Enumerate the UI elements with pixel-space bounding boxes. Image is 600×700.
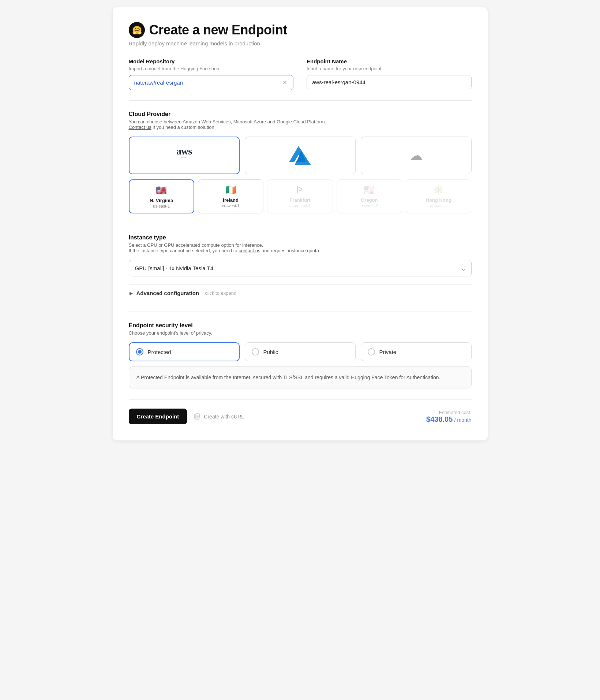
model-repository-field: Model Repository Import a model from the…	[129, 58, 294, 90]
aws-logo: aws ⌒	[176, 145, 192, 165]
cloud-provider-title: Cloud Provider	[129, 111, 472, 118]
instance-desc2-before: If the instance type cannot be selected,…	[129, 248, 237, 253]
region-ap-east-1[interactable]: ✳️ Hong Kong ap-east-1	[406, 179, 471, 213]
security-option-public[interactable]: Public	[245, 342, 356, 361]
model-repo-input-wrap[interactable]: ✕	[129, 75, 294, 90]
region-eu-central-1[interactable]: 🏳 Frankfurt eu-central-1	[267, 179, 333, 213]
security-title: Endpoint security level	[129, 322, 472, 329]
region-us-east-1[interactable]: 🇺🇸 N. Virginia us-east-1	[129, 179, 194, 213]
cloud-provider-azure[interactable]	[245, 137, 356, 174]
cloud-provider-desc: You can choose between Amazon Web Servic…	[129, 119, 472, 130]
footer-bar: Create Endpoint Create with cURL Estimat…	[129, 399, 472, 424]
security-label-private: Private	[379, 349, 397, 355]
instance-type-desc: Select a CPU or GPU accelerated compute …	[129, 242, 472, 253]
cost-label: Estimated cost:	[426, 410, 471, 415]
endpoint-name-label: Endpoint Name	[307, 58, 472, 64]
curl-icon	[194, 413, 201, 420]
region-grid: 🇺🇸 N. Virginia us-east-1 🇮🇪 Ireland eu-w…	[129, 179, 472, 213]
main-card: 🤗 Create a new Endpoint Rapidly deploy m…	[113, 7, 488, 440]
endpoint-name-hint: Input a name for your new endpoint	[307, 66, 472, 71]
radio-private	[368, 348, 375, 355]
cloud-provider-section: Cloud Provider You can choose between Am…	[129, 111, 472, 213]
cost-section: Estimated cost: $438.05 / month	[426, 410, 471, 424]
model-repo-hint: Import a model from the Hugging Face hub	[129, 66, 294, 71]
cloud-provider-gcp[interactable]: ☁	[361, 137, 472, 174]
radio-public	[252, 348, 259, 355]
cloud-provider-grid: aws ⌒ ☁	[129, 137, 472, 174]
security-label-public: Public	[263, 349, 278, 355]
top-fields: Model Repository Import a model from the…	[129, 58, 472, 90]
endpoint-name-field: Endpoint Name Input a name for your new …	[307, 58, 472, 90]
instance-desc1: Select a CPU or GPU accelerated compute …	[129, 242, 263, 248]
svg-text:🤗: 🤗	[132, 25, 142, 35]
instance-contact-link[interactable]: contact us	[239, 248, 260, 253]
divider-2	[129, 224, 472, 224]
page-subtitle: Rapidly deploy machine learning models i…	[129, 40, 472, 46]
divider-3	[129, 312, 472, 312]
cost-period: / month	[454, 417, 472, 423]
hf-logo-icon: 🤗	[129, 22, 145, 38]
cost-value: $438.05	[426, 415, 453, 423]
security-option-protected[interactable]: Protected	[129, 342, 240, 361]
page-title: Create a new Endpoint	[149, 22, 288, 38]
security-section: Endpoint security level Choose your endp…	[129, 322, 472, 388]
security-description-text: A Protected Endpoint is available from t…	[136, 375, 440, 380]
instance-type-select-wrap: CPU [small] · 1x vCPU · 2GB CPU [medium]…	[129, 260, 472, 276]
page-header: 🤗 Create a new Endpoint	[129, 22, 472, 38]
security-options-grid: Protected Public Private	[129, 342, 472, 361]
instance-type-title: Instance type	[129, 234, 472, 241]
security-label-protected: Protected	[148, 349, 171, 355]
create-curl-button[interactable]: Create with cURL	[194, 413, 244, 420]
cloud-desc-after: if you need a custom solution.	[153, 124, 215, 130]
model-repo-label: Model Repository	[129, 58, 294, 64]
azure-logo-icon	[289, 146, 311, 165]
security-description-box: A Protected Endpoint is available from t…	[129, 366, 472, 388]
cloud-provider-aws[interactable]: aws ⌒	[129, 137, 240, 174]
gcp-cloud-icon: ☁	[409, 148, 423, 163]
security-desc: Choose your endpoint's level of privacy.	[129, 330, 472, 336]
instance-type-section: Instance type Select a CPU or GPU accele…	[129, 234, 472, 276]
create-endpoint-button[interactable]: Create Endpoint	[129, 409, 187, 424]
instance-desc2-after: and request instance quota.	[262, 248, 320, 253]
radio-protected	[136, 348, 143, 355]
region-us-west-2[interactable]: 🇺🇸 Oregon us-west-2	[337, 179, 402, 213]
divider-1	[129, 100, 472, 101]
instance-type-select[interactable]: CPU [small] · 1x vCPU · 2GB CPU [medium]…	[129, 260, 472, 276]
security-option-private[interactable]: Private	[361, 342, 472, 361]
model-repo-input[interactable]	[134, 79, 282, 86]
repo-clear-button[interactable]: ✕	[282, 79, 288, 86]
create-curl-label: Create with cURL	[204, 414, 244, 420]
advanced-config-label: Advanced configuration	[136, 290, 199, 296]
footer-left: Create Endpoint Create with cURL	[129, 409, 244, 424]
advanced-config-hint: click to expand	[205, 290, 236, 296]
advanced-config-arrow-icon: ▶	[130, 291, 133, 296]
cloud-contact-link[interactable]: Contact us	[129, 124, 151, 130]
region-eu-west-1[interactable]: 🇮🇪 Ireland eu-west-1	[198, 179, 263, 213]
cloud-desc-before: You can choose between Amazon Web Servic…	[129, 119, 326, 124]
radio-dot-protected	[138, 350, 142, 354]
endpoint-name-input[interactable]	[307, 75, 472, 89]
advanced-config-toggle[interactable]: ▶ Advanced configuration click to expand	[129, 284, 472, 301]
